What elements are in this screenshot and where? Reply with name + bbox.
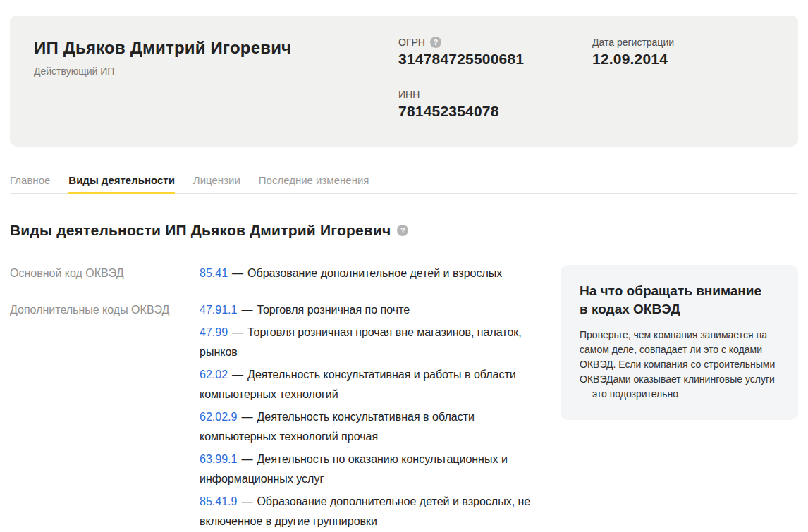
okved-row-primary: Основной код ОКВЭД 85.41—Образование доп…: [10, 264, 561, 283]
registration-fields: ОГРН ? 314784725500681 Дата регистрации …: [398, 37, 674, 120]
okved-item: 85.41.9—Образование дополнительное детей…: [200, 492, 534, 531]
page-title: Виды деятельности ИП Дьяков Дмитрий Игор…: [10, 222, 391, 239]
okved-advice-box: На что обращать внимание в кодах ОКВЭД П…: [561, 265, 798, 420]
inn-label-row: ИНН: [398, 89, 592, 100]
inn-field: ИНН 781452354078: [398, 89, 592, 120]
help-icon[interactable]: ?: [430, 37, 441, 48]
okved-item: 85.41—Образование дополнительное детей и…: [200, 264, 534, 283]
okved-item: 47.99—Торговля розничная прочая вне мага…: [200, 323, 534, 362]
okved-code-link[interactable]: 63.99.1: [200, 453, 237, 465]
okved-description: Торговля розничная прочая вне магазинов,…: [200, 326, 522, 358]
okved-items: 85.41—Образование дополнительное детей и…: [200, 264, 534, 283]
okved-code-link[interactable]: 62.02.9: [200, 411, 237, 423]
okved-description: Образование дополнительное детей и взрос…: [247, 267, 502, 279]
tab-activities[interactable]: Виды деятельности: [68, 174, 175, 193]
company-header-card: ИП Дьяков Дмитрий Игоревич Действующий И…: [10, 16, 798, 147]
advice-text: Проверьте, чем компания занимается на са…: [580, 328, 779, 402]
dash-separator: —: [232, 267, 243, 279]
advice-title: На что обращать внимание в кодах ОКВЭД: [580, 282, 779, 318]
okved-description: Деятельность консультативная и работы в …: [200, 369, 516, 400]
ogrn-label-row: ОГРН ?: [398, 37, 592, 48]
dash-separator: —: [232, 326, 243, 338]
registration-date-value: 12.09.2014: [592, 51, 674, 68]
tabs-bar: Главное Виды деятельности Лицензии После…: [10, 174, 798, 194]
okved-row-additional: Дополнительные коды ОКВЭД 47.91.1—Торгов…: [10, 300, 561, 531]
main-content: Основной код ОКВЭД 85.41—Образование доп…: [10, 264, 798, 531]
okved-code-link[interactable]: 85.41.9: [200, 495, 237, 507]
dash-separator: —: [241, 453, 252, 465]
okved-item: 63.99.1—Деятельность по оказанию консуль…: [200, 450, 534, 489]
okved-code-link[interactable]: 85.41: [200, 267, 228, 279]
section-title-row: Виды деятельности ИП Дьяков Дмитрий Игор…: [10, 222, 798, 239]
row-label: Дополнительные коды ОКВЭД: [10, 300, 200, 531]
tab-main[interactable]: Главное: [10, 174, 50, 193]
inn-value: 781452354078: [398, 103, 592, 120]
company-block: ИП Дьяков Дмитрий Игоревич Действующий И…: [34, 37, 398, 77]
ogrn-value: 314784725500681: [398, 51, 592, 68]
okved-items: 47.91.1—Торговля розничная по почте 47.9…: [200, 300, 534, 531]
registration-date-field: Дата регистрации 12.09.2014: [592, 37, 674, 68]
okved-code-link[interactable]: 47.91.1: [200, 304, 237, 316]
registration-date-label: Дата регистрации: [592, 37, 674, 48]
okved-item: 62.02—Деятельность консультативная и раб…: [200, 365, 534, 404]
company-title: ИП Дьяков Дмитрий Игоревич: [34, 38, 398, 58]
page: ИП Дьяков Дмитрий Игоревич Действующий И…: [0, 0, 808, 531]
okved-item: 47.91.1—Торговля розничная по почте: [200, 300, 534, 320]
okved-code-link[interactable]: 47.99: [200, 326, 228, 338]
dash-separator: —: [241, 304, 252, 316]
okved-code-link[interactable]: 62.02: [200, 369, 228, 381]
ogrn-label: ОГРН: [398, 37, 425, 48]
advice-title-line2: в кодах ОКВЭД: [580, 302, 680, 316]
row-label: Основной код ОКВЭД: [10, 264, 200, 283]
help-icon[interactable]: ?: [397, 225, 408, 236]
registration-date-label-row: Дата регистрации: [592, 37, 674, 48]
dash-separator: —: [241, 495, 252, 507]
dash-separator: —: [241, 411, 252, 423]
dash-separator: —: [232, 369, 243, 381]
inn-label: ИНН: [398, 89, 420, 100]
ogrn-field: ОГРН ? 314784725500681: [398, 37, 592, 68]
okved-description: Торговля розничная по почте: [257, 304, 410, 316]
okved-item: 62.02.9—Деятельность консультативная в о…: [200, 407, 534, 447]
tab-licenses[interactable]: Лицензии: [193, 174, 240, 193]
company-status: Действующий ИП: [34, 66, 398, 77]
advice-title-line1: На что обращать внимание: [580, 283, 761, 298]
tab-recent-changes[interactable]: Последние изменения: [259, 174, 369, 193]
okved-rows: Основной код ОКВЭД 85.41—Образование доп…: [10, 264, 561, 531]
